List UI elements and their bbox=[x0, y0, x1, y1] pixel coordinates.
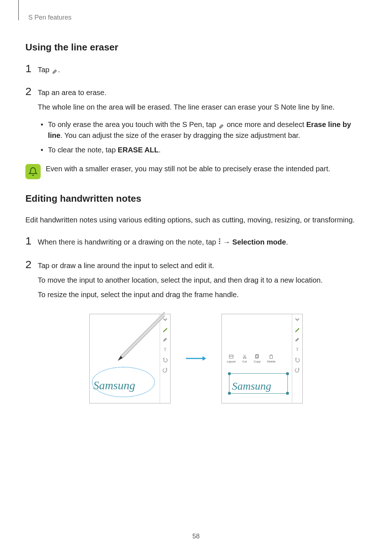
redo-icon bbox=[294, 367, 300, 373]
ctx-cut: Cut bbox=[242, 354, 247, 363]
pen-tool-icon bbox=[294, 327, 300, 332]
step-1-body: Tap . bbox=[38, 64, 367, 75]
bullet2-pre: To clear the note, tap bbox=[48, 146, 118, 154]
undo-icon bbox=[162, 357, 168, 363]
ctx-layout: Layout bbox=[227, 354, 236, 363]
svg-marker-0 bbox=[53, 69, 57, 73]
eraser-tool-icon bbox=[294, 337, 300, 342]
svg-marker-1 bbox=[220, 124, 224, 128]
s2-step1-arrow: → bbox=[223, 238, 233, 246]
more-options-icon bbox=[218, 237, 221, 247]
s-pen-icon bbox=[107, 312, 165, 374]
panel-before: Samsung T bbox=[89, 314, 171, 403]
arrow-right-icon bbox=[185, 355, 207, 362]
svg-rect-5 bbox=[121, 312, 165, 358]
eraser-tool-icon bbox=[162, 337, 168, 342]
text-tool-icon: T bbox=[294, 347, 300, 353]
step-number-2: 2 bbox=[25, 86, 38, 97]
handwriting-sample-left: Samsung bbox=[93, 379, 135, 392]
toolbar-left: T bbox=[160, 314, 170, 403]
ctx-copy: Copy bbox=[254, 354, 261, 363]
step1-suffix: . bbox=[58, 66, 60, 74]
s2-step1-bold: Selection mode bbox=[232, 238, 286, 246]
svg-rect-10 bbox=[229, 355, 233, 358]
bullet2-bold: ERASE ALL bbox=[118, 146, 159, 154]
bullet1-post: once more and deselect bbox=[227, 120, 306, 128]
note-bell-icon bbox=[25, 164, 41, 179]
bullet-erase-all: To clear the note, tap ERASE ALL. bbox=[38, 144, 367, 155]
bullet-erase-area: To only erase the area you touch with th… bbox=[38, 119, 367, 141]
s2-step2-line1: Tap or draw a line around the input to s… bbox=[38, 260, 367, 271]
s2-step1-end: . bbox=[286, 238, 288, 246]
handwriting-sample-right: Samsung bbox=[232, 380, 271, 392]
step-number-2b: 2 bbox=[25, 259, 38, 270]
eraser-icon bbox=[52, 67, 58, 73]
svg-marker-21 bbox=[295, 338, 299, 341]
svg-line-14 bbox=[244, 354, 246, 357]
ctx-delete-label: Delete bbox=[267, 360, 275, 363]
page-header: S Pen features bbox=[28, 14, 367, 21]
s2-step2-line2: To move the input to another location, s… bbox=[38, 275, 367, 286]
context-menu: Layout Cut Copy Delete bbox=[227, 354, 275, 363]
panel-after: Layout Cut Copy Delete bbox=[221, 314, 303, 403]
page-number: 58 bbox=[192, 533, 200, 540]
svg-point-3 bbox=[219, 241, 220, 242]
step-1b-body: When there is handwriting or a drawing o… bbox=[38, 237, 367, 248]
step-2b-body: Tap or draw a line around the input to s… bbox=[38, 260, 367, 304]
bullet1-end: . You can adjust the size of the eraser … bbox=[60, 131, 300, 139]
step2-line2: The whole line on the area will be erase… bbox=[38, 102, 367, 112]
editing-intro: Edit handwritten notes using various edi… bbox=[25, 214, 367, 225]
text-tool-icon: T bbox=[162, 347, 168, 353]
s2-step2-line3: To resize the input, select the input an… bbox=[38, 289, 367, 300]
svg-point-13 bbox=[245, 357, 246, 358]
s2-step1-pre: When there is handwriting or a drawing o… bbox=[38, 238, 218, 246]
illustration: Samsung T Layout bbox=[25, 314, 367, 403]
svg-marker-7 bbox=[163, 338, 167, 341]
svg-line-15 bbox=[244, 354, 246, 357]
svg-rect-18 bbox=[270, 355, 273, 358]
toolbar-right: T bbox=[292, 314, 302, 403]
ctx-delete: Delete bbox=[267, 354, 275, 363]
svg-marker-6 bbox=[117, 356, 123, 362]
svg-point-2 bbox=[219, 238, 220, 240]
ctx-layout-label: Layout bbox=[227, 360, 236, 363]
eraser-icon bbox=[218, 122, 225, 128]
chevron-down-icon bbox=[294, 316, 300, 322]
step-number-1b: 1 bbox=[25, 235, 38, 246]
step-2-body: Tap an area to erase. The whole line on … bbox=[38, 87, 367, 159]
bullet2-end: . bbox=[159, 146, 161, 154]
undo-icon bbox=[294, 357, 300, 363]
heading-editing-handwritten-notes: Editing handwritten notes bbox=[25, 193, 367, 204]
chevron-down-icon bbox=[162, 316, 168, 322]
svg-marker-9 bbox=[203, 356, 206, 361]
bullet1-pre: To only erase the area you touch with th… bbox=[48, 120, 218, 128]
step2-line1: Tap an area to erase. bbox=[38, 87, 367, 98]
heading-using-line-eraser: Using the line eraser bbox=[25, 42, 367, 53]
pen-tool-icon bbox=[162, 327, 168, 332]
note-text: Even with a smaller eraser, you may stil… bbox=[46, 163, 367, 174]
svg-point-12 bbox=[243, 357, 245, 358]
step1-prefix: Tap bbox=[38, 66, 52, 74]
ctx-cut-label: Cut bbox=[242, 360, 247, 363]
redo-icon bbox=[162, 367, 168, 373]
step-number-1: 1 bbox=[25, 63, 38, 74]
svg-point-4 bbox=[219, 243, 220, 244]
ctx-copy-label: Copy bbox=[254, 360, 261, 363]
